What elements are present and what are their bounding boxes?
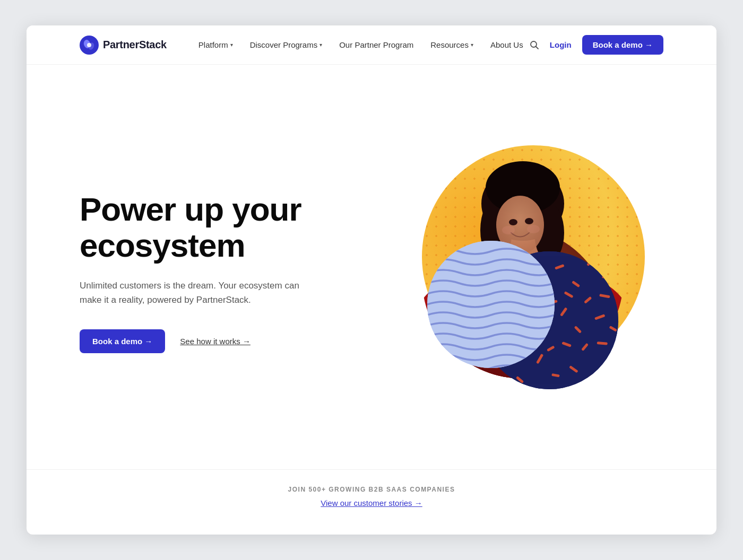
hero-illustration bbox=[372, 119, 663, 426]
brand-name: PartnerStack bbox=[103, 39, 167, 51]
hero-subtitle: Unlimited customers is the dream. Your e… bbox=[80, 278, 308, 307]
hero-content: Power up your ecosystem Unlimited custom… bbox=[80, 191, 372, 354]
svg-point-16 bbox=[509, 219, 517, 225]
nav-actions: Login Book a demo → bbox=[530, 35, 663, 55]
hero-section: Power up your ecosystem Unlimited custom… bbox=[27, 65, 716, 469]
illustration-container bbox=[379, 135, 655, 410]
footer-section: JOIN 500+ GROWING B2B SAAS COMPANIES Vie… bbox=[27, 469, 716, 535]
join-text: JOIN 500+ GROWING B2B SAAS COMPANIES bbox=[37, 486, 706, 493]
nav-discover-programs[interactable]: Discover Programs ▾ bbox=[250, 40, 323, 49]
nav-resources[interactable]: Resources ▾ bbox=[430, 40, 473, 49]
nav-platform[interactable]: Platform ▾ bbox=[198, 40, 233, 49]
svg-point-3 bbox=[87, 43, 91, 47]
book-demo-hero-button[interactable]: Book a demo → bbox=[80, 329, 165, 353]
book-demo-nav-button[interactable]: Book a demo → bbox=[582, 35, 663, 55]
hero-cta: Book a demo → See how it works → bbox=[80, 329, 372, 353]
svg-point-17 bbox=[525, 218, 533, 224]
svg-rect-62 bbox=[603, 365, 612, 375]
nav-links: Platform ▾ Discover Programs ▾ Our Partn… bbox=[198, 40, 530, 49]
chevron-down-icon: ▾ bbox=[230, 42, 233, 48]
nav-partner-program[interactable]: Our Partner Program bbox=[339, 40, 413, 49]
logo-icon bbox=[80, 36, 99, 55]
svg-point-18 bbox=[502, 226, 515, 234]
chevron-down-icon: ▾ bbox=[319, 42, 322, 48]
navbar: PartnerStack Platform ▾ Discover Program… bbox=[27, 25, 716, 65]
browser-window: PartnerStack Platform ▾ Discover Program… bbox=[27, 25, 716, 535]
chevron-down-icon: ▾ bbox=[471, 42, 473, 48]
svg-line-5 bbox=[535, 46, 538, 49]
search-button[interactable] bbox=[530, 40, 539, 50]
hero-title: Power up your ecosystem bbox=[80, 191, 334, 264]
wave-svg bbox=[427, 241, 555, 368]
svg-point-19 bbox=[527, 225, 540, 233]
search-icon bbox=[530, 40, 539, 50]
logo[interactable]: PartnerStack bbox=[80, 36, 167, 55]
login-button[interactable]: Login bbox=[550, 40, 572, 49]
nav-about-us[interactable]: About Us bbox=[490, 40, 523, 49]
wave-circle bbox=[427, 241, 555, 368]
customer-stories-link[interactable]: View our customer stories → bbox=[321, 498, 422, 508]
see-how-it-works-button[interactable]: See how it works → bbox=[180, 337, 250, 346]
